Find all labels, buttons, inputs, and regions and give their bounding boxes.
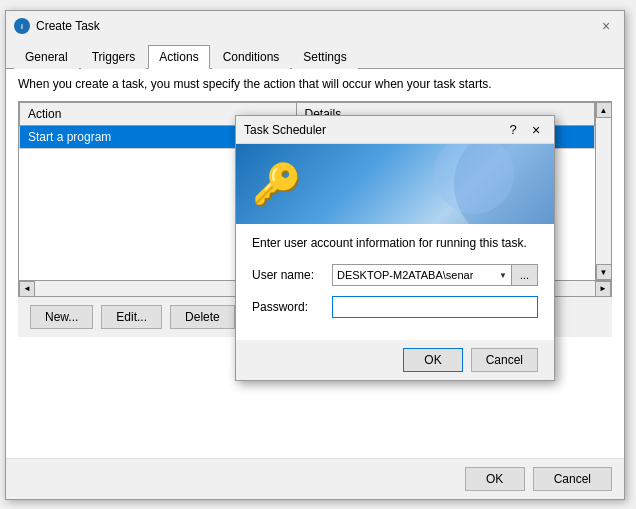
modal-footer: OK Cancel xyxy=(236,340,554,380)
username-value: DESKTOP-M2ATABA\senar xyxy=(337,269,473,281)
modal-title: Task Scheduler xyxy=(244,123,326,137)
modal-title-buttons: ? × xyxy=(504,120,546,140)
modal-title-bar: Task Scheduler ? × xyxy=(236,116,554,144)
modal-banner: 🔑 xyxy=(236,144,554,224)
modal-help-button[interactable]: ? xyxy=(504,121,522,139)
password-input[interactable] xyxy=(332,296,538,318)
modal-ok-button[interactable]: OK xyxy=(403,348,462,372)
modal-close-button[interactable]: × xyxy=(526,120,546,140)
password-input-group xyxy=(332,296,538,318)
username-select[interactable]: DESKTOP-M2ATABA\senar ▼ xyxy=(332,264,512,286)
modal-body: Enter user account information for runni… xyxy=(236,224,554,340)
keys-icon: 🔑 xyxy=(252,161,302,208)
username-browse-button[interactable]: ... xyxy=(512,264,538,286)
modal-description: Enter user account information for runni… xyxy=(252,236,538,250)
modal-cancel-button[interactable]: Cancel xyxy=(471,348,538,372)
password-row: Password: xyxy=(252,296,538,318)
username-dropdown-arrow: ▼ xyxy=(499,271,507,280)
modal-overlay: Task Scheduler ? × 🔑 Enter user account … xyxy=(0,0,636,509)
username-label: User name: xyxy=(252,268,332,282)
username-row: User name: DESKTOP-M2ATABA\senar ▼ ... xyxy=(252,264,538,286)
username-input-group: DESKTOP-M2ATABA\senar ▼ ... xyxy=(332,264,538,286)
modal-dialog: Task Scheduler ? × 🔑 Enter user account … xyxy=(235,115,555,381)
password-label: Password: xyxy=(252,300,332,314)
